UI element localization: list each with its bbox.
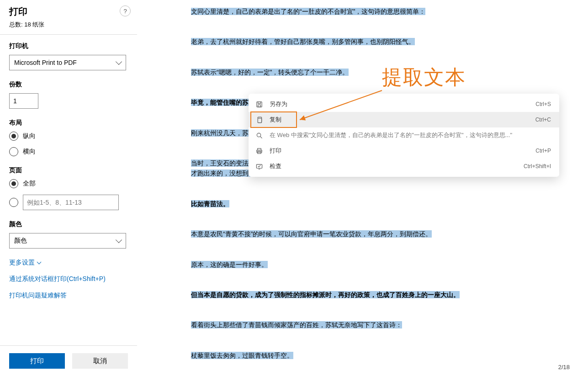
preview-paragraph: 比如青苗法。 <box>191 199 561 209</box>
preview-paragraph: 老弟，去了杭州就好好待着，管好自己那张臭嘴，别多管闲事，也别阴阳怪气。 <box>191 37 561 47</box>
preview-text[interactable]: 杖藜里饭去匆匆，过眼青钱转手空。 <box>191 352 293 359</box>
color-label: 颜色 <box>9 220 128 228</box>
pages-all-radio[interactable] <box>9 179 18 188</box>
menu-inspect-shortcut: Ctrl+Shift+I <box>524 163 551 169</box>
system-dialog-link[interactable]: 通过系统对话框打印(Ctrl+Shift+P) <box>9 275 106 283</box>
color-select[interactable]: 颜色 <box>9 233 126 249</box>
menu-save-as-label: 另存为 <box>270 100 529 108</box>
more-settings-label: 更多设置 <box>9 259 35 267</box>
preview-paragraph: 但当本是自愿的贷款，成为了强制性的指标摊派时，再好的政策，也成了百姓身上的一座大… <box>191 290 561 300</box>
menu-save-as-shortcut: Ctrl+S <box>535 101 551 107</box>
context-menu: 另存为 Ctrl+S 复制 Ctrl+C 在 Web 中搜索"文同心里清楚，自己… <box>249 94 559 177</box>
preview-paragraph: 原本，这的确是一件好事。 <box>191 259 561 270</box>
layout-portrait-radio[interactable] <box>9 132 18 141</box>
preview-text[interactable]: 老弟，去了杭州就好好待着，管好自己那张臭嘴，别多管闲事，也别阴阳怪气。 <box>191 38 415 45</box>
menu-copy-label: 复制 <box>270 116 529 124</box>
menu-inspect-label: 检查 <box>270 162 517 170</box>
preview-text[interactable]: 看着街头上那些借了青苗钱而倾家荡产的百姓，苏轼无奈地写下了这首诗： <box>191 321 402 328</box>
preview-paragraph: 苏轼表示“嗯嗯，好的，一定”，转头便忘了个一干二净。 <box>191 67 561 77</box>
preview-text[interactable]: 但当本是自愿的贷款，成为了强制性的指标摊派时，再好的政策，也成了百姓身上的一座大… <box>191 291 460 298</box>
chevron-down-icon <box>116 58 122 65</box>
svg-point-3 <box>257 133 260 137</box>
copies-input[interactable] <box>9 93 38 109</box>
inspect-icon <box>255 162 263 170</box>
troubleshoot-link[interactable]: 打印机问题疑难解答 <box>9 291 67 300</box>
preview-text[interactable]: 刚来杭州没几天，苏轼 <box>191 129 255 137</box>
divider <box>0 34 137 35</box>
pages-range-input[interactable] <box>23 195 119 210</box>
preview-text[interactable]: 文同心里清楚，自己的表弟是出了名的“一肚皮的不合时宜”，这句诗的意思很简单： <box>191 8 425 15</box>
copy-icon <box>255 116 263 124</box>
sidebar-total: 总数: 18 纸张 <box>9 21 128 29</box>
printer-select[interactable]: Microsoft Print to PDF <box>9 55 126 70</box>
search-icon <box>255 131 263 139</box>
print-sidebar: 打印 总数: 18 纸张 ? 打印机 Microsoft Print to PD… <box>0 0 137 376</box>
pages-range-radio[interactable] <box>9 198 18 207</box>
menu-print-shortcut: Ctrl+P <box>535 148 551 154</box>
layout-landscape-label: 横向 <box>23 148 36 156</box>
help-button[interactable]: ? <box>120 5 131 16</box>
preview-text[interactable]: 才跑出来的，没想到在 <box>191 169 255 177</box>
layout-portrait-label: 纵向 <box>23 132 36 140</box>
preview-text[interactable]: 比如青苗法。 <box>191 200 229 207</box>
chevron-down-icon <box>116 237 122 243</box>
menu-search-web[interactable]: 在 Web 中搜索"文同心里清楚，自己的表弟是出了名的"一肚皮的不合时宜"，这句… <box>249 127 559 143</box>
more-settings-link[interactable]: 更多设置 <box>9 259 41 267</box>
menu-print[interactable]: 打印 Ctrl+P <box>249 143 559 159</box>
preview-text[interactable]: 当时，王安石的变法之 <box>191 159 255 167</box>
preview-paragraph: 文同心里清楚，自己的表弟是出了名的“一肚皮的不合时宜”，这句诗的意思很简单： <box>191 6 561 16</box>
preview-text[interactable]: 本意是农民“青黄不接”的时候，可以向官府申请一笔农业贷款，年息两分，到期偿还。 <box>191 230 432 238</box>
sidebar-title: 打印 <box>9 5 128 18</box>
preview-text[interactable]: 苏轼表示“嗯嗯，好的，一定”，转头便忘了个一干二净。 <box>191 69 349 76</box>
layout-landscape-radio[interactable] <box>9 147 18 156</box>
page-number: 2/18 <box>558 364 570 371</box>
cancel-button[interactable]: 取消 <box>72 353 128 369</box>
pages-all-label: 全部 <box>23 180 36 188</box>
print-preview: 文同心里清楚，自己的表弟是出了名的“一肚皮的不合时宜”，这句诗的意思很简单：老弟… <box>137 0 588 376</box>
menu-search-web-label: 在 Web 中搜索"文同心里清楚，自己的表弟是出了名的"一肚皮的不合时宜"，这句… <box>270 131 551 139</box>
menu-save-as[interactable]: 另存为 Ctrl+S <box>249 96 559 112</box>
print-icon <box>255 147 263 155</box>
pages-label: 页面 <box>9 166 128 175</box>
svg-rect-1 <box>258 105 260 107</box>
menu-inspect[interactable]: 检查 Ctrl+Shift+I <box>249 159 559 174</box>
preview-paragraph: 看着街头上那些借了青苗钱而倾家荡产的百姓，苏轼无奈地写下了这首诗： <box>191 320 561 330</box>
menu-copy-shortcut: Ctrl+C <box>535 117 551 123</box>
preview-paragraph: 杖藜里饭去匆匆，过眼青钱转手空。 <box>191 350 561 360</box>
menu-print-label: 打印 <box>270 147 529 155</box>
color-value: 颜色 <box>14 237 27 245</box>
preview-text[interactable]: 原本，这的确是一件好事。 <box>191 261 268 268</box>
layout-label: 布局 <box>9 119 128 127</box>
printer-label: 打印机 <box>9 42 128 50</box>
print-button[interactable]: 打印 <box>9 353 65 369</box>
chevron-down-icon <box>37 260 42 265</box>
printer-value: Microsoft Print to PDF <box>14 59 77 66</box>
preview-paragraph: 本意是农民“青黄不接”的时候，可以向官府申请一笔农业贷款，年息两分，到期偿还。 <box>191 229 561 239</box>
save-icon <box>255 100 263 108</box>
copies-label: 份数 <box>9 80 128 89</box>
svg-rect-2 <box>258 118 261 122</box>
menu-copy[interactable]: 复制 Ctrl+C <box>249 112 559 127</box>
svg-rect-0 <box>256 101 261 106</box>
